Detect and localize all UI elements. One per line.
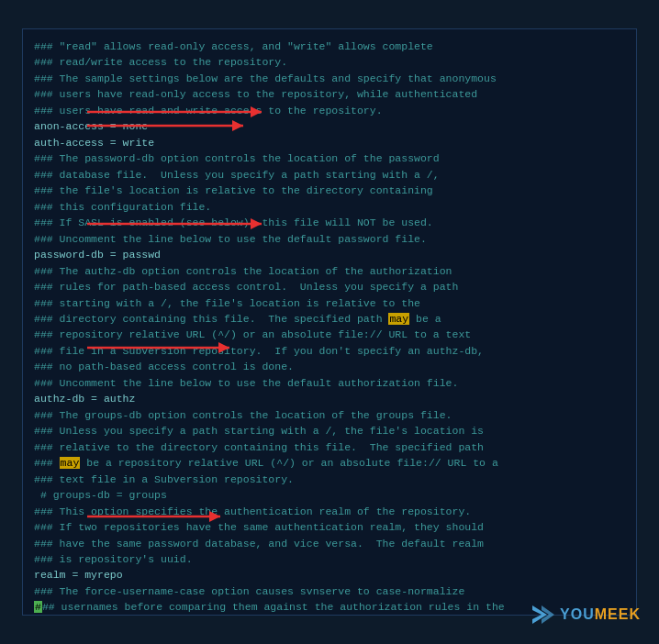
watermark-icon xyxy=(531,602,556,627)
code-line: ### have the same password database, and… xyxy=(34,536,625,551)
code-line: password-db = passwd xyxy=(34,247,625,262)
code-line: # groups-db = groups xyxy=(34,487,625,503)
code-line: auth-access = write xyxy=(34,135,625,150)
code-line: ### rules for path-based access control.… xyxy=(34,279,625,294)
code-line: ### This option specifies the authentica… xyxy=(34,504,625,519)
code-line: ### If SASL is enabled (see below), this… xyxy=(34,215,625,230)
code-line: realm = myrepo xyxy=(34,567,625,583)
code-line: ### may be a repository relative URL (^/… xyxy=(34,455,625,471)
code-line: ### file in a Subversion repository. If … xyxy=(34,343,625,359)
code-line: ### directory containing this file. The … xyxy=(34,311,625,327)
code-content: ### "read" allows read-only access, and … xyxy=(34,39,625,616)
code-line: ### repository relative URL (^/) or an a… xyxy=(34,327,625,342)
watermark: YOUMEEK xyxy=(531,602,641,627)
code-line: ### read/write access to the repository. xyxy=(34,54,625,70)
code-line: ### no path-based access control is done… xyxy=(34,359,625,374)
code-line: ### is repository's uuid. xyxy=(34,551,625,567)
code-line: ### the file's location is relative to t… xyxy=(34,183,625,198)
code-line: ### The force-username-case option cause… xyxy=(34,583,625,599)
code-panel: ### "read" allows read-only access, and … xyxy=(22,28,637,616)
code-line: ### text file in a Subversion repository… xyxy=(34,472,625,487)
code-line: ### Uncomment the line below to use the … xyxy=(34,231,625,247)
code-line: authz-db = authz xyxy=(34,391,625,406)
code-line: ### relative to the directory containing… xyxy=(34,439,625,455)
watermark-label: YOUMEEK xyxy=(560,606,641,623)
code-line: ### The authz-db option controls the loc… xyxy=(34,263,625,279)
code-line: ### starting with a /, the file's locati… xyxy=(34,295,625,311)
code-line: ### The sample settings below are the de… xyxy=(34,71,625,86)
code-line: ### The groups-db option controls the lo… xyxy=(34,407,625,423)
code-line: ### users have read-only access to the r… xyxy=(34,86,625,102)
code-line: ### users have read and write access to … xyxy=(34,103,625,118)
code-line: anon-access = none xyxy=(34,118,625,134)
code-line: ### The password-db option controls the … xyxy=(34,150,625,166)
code-line: ### Unless you specify a path starting w… xyxy=(34,423,625,439)
code-line: ### this configuration file. xyxy=(34,199,625,215)
code-line: ### Uncomment the line below to use the … xyxy=(34,375,625,391)
code-line: ### database file. Unless you specify a … xyxy=(34,167,625,183)
code-line: ### If two repositories have the same au… xyxy=(34,519,625,535)
code-line: ### "read" allows read-only access, and … xyxy=(34,39,625,54)
screenshot-container: ### "read" allows read-only access, and … xyxy=(0,0,659,644)
